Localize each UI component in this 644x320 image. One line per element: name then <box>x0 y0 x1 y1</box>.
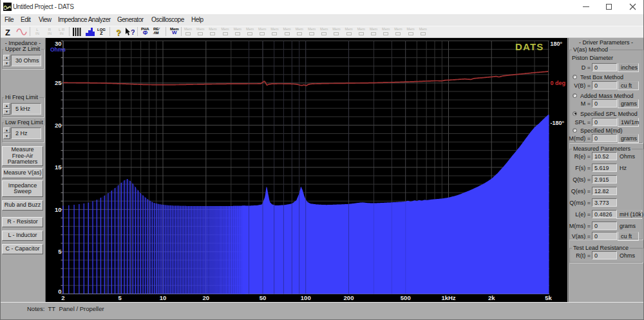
svg-text:0 deg: 0 deg <box>551 80 566 86</box>
svg-text:2: 2 <box>61 294 64 301</box>
svg-text:100: 100 <box>301 294 311 301</box>
svg-text:15: 15 <box>55 164 62 171</box>
svg-text:DATS: DATS <box>515 41 544 52</box>
svg-text:10: 10 <box>55 206 62 213</box>
svg-text:Ohms: Ohms <box>50 46 66 53</box>
svg-text:10: 10 <box>160 294 167 301</box>
svg-text:5: 5 <box>118 294 122 301</box>
svg-text:20: 20 <box>202 294 209 301</box>
svg-text:180°: 180° <box>551 41 563 47</box>
svg-text:2k: 2k <box>488 294 495 301</box>
svg-text:-180°: -180° <box>551 120 565 126</box>
svg-text:25: 25 <box>55 79 62 86</box>
svg-text:5k: 5k <box>545 294 552 301</box>
svg-text:500: 500 <box>401 294 411 301</box>
svg-text:200: 200 <box>344 294 354 301</box>
svg-text:1kHz: 1kHz <box>441 294 455 301</box>
svg-text:50: 50 <box>260 294 267 301</box>
svg-text:?: ? <box>131 28 135 36</box>
svg-text:0: 0 <box>58 288 61 295</box>
svg-text:5: 5 <box>58 248 62 255</box>
svg-text:20: 20 <box>55 122 62 129</box>
